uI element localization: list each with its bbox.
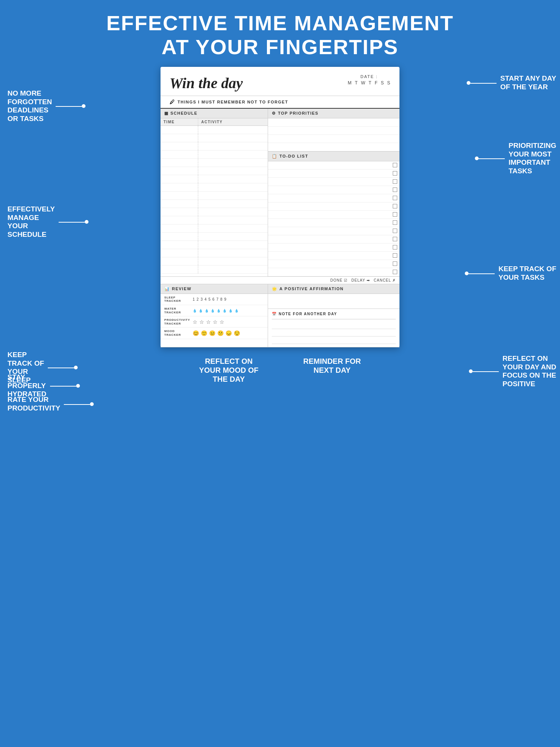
review-section: 📊 REVIEW SLEEPTRACKER 1 2 3 4 5 6 7 8 xyxy=(161,284,399,347)
schedule-row xyxy=(161,241,268,249)
activity-cell xyxy=(198,249,268,257)
affirmation-icon: 🌟 xyxy=(272,286,278,291)
priorities-icon: ⚙ xyxy=(272,111,276,116)
schedule-row xyxy=(161,175,268,183)
todo-row xyxy=(268,268,399,276)
checkbox[interactable] xyxy=(393,212,397,217)
schedule-row xyxy=(161,257,268,265)
schedule-icon: ▦ xyxy=(164,111,169,116)
connector-line xyxy=(469,273,495,274)
todo-section: 📋 TO-DO LIST xyxy=(268,152,399,276)
dot-marker xyxy=(85,220,88,224)
time-cell xyxy=(161,232,198,241)
bottom-annotations: REFLECT ONYOUR MOOD OFTHE DAY REMINDER F… xyxy=(0,347,560,387)
cancel-status: CANCEL ✗ xyxy=(374,278,396,282)
connector-line xyxy=(64,404,90,405)
page-header: EFFECTIVE TIME MANAGEMENT AT YOUR FINGER… xyxy=(0,0,560,67)
todo-icon: 📋 xyxy=(272,154,278,159)
schedule-row xyxy=(161,216,268,224)
time-cell xyxy=(161,142,198,150)
dot-marker xyxy=(475,156,479,160)
checkbox[interactable] xyxy=(393,187,397,192)
time-cell xyxy=(161,150,198,158)
time-cell xyxy=(161,167,198,175)
todo-row xyxy=(268,219,399,227)
todo-row xyxy=(268,260,399,268)
activity-cell xyxy=(198,208,268,216)
checkbox[interactable] xyxy=(393,196,397,200)
dot-marker xyxy=(90,402,94,406)
checkbox[interactable] xyxy=(393,270,397,274)
planner-body: ▦ SCHEDULE TIME ACTIVITY xyxy=(161,109,399,277)
activity-cell xyxy=(198,150,268,158)
activity-header: ACTIVITY xyxy=(198,118,268,126)
checkbox[interactable] xyxy=(393,253,397,258)
remember-bar: 🖊 THINGS I MUST REMEMBER NOT TO FORGET xyxy=(161,96,399,109)
time-cell xyxy=(161,249,198,257)
note-line xyxy=(272,329,396,337)
checkbox[interactable] xyxy=(393,171,397,176)
affirmation-column: 🌟 A POSITIVE AFFIRMATION 📅 NOTE FOR ANOT… xyxy=(268,284,399,347)
checkbox[interactable] xyxy=(393,204,397,208)
checkbox[interactable] xyxy=(393,163,397,167)
connector-line xyxy=(48,368,74,368)
delay-status: DELAY ➡ xyxy=(351,278,370,282)
todo-row xyxy=(268,211,399,219)
note-section: 📅 NOTE FOR ANOTHER DAY xyxy=(268,309,399,347)
remember-icon: 🖊 xyxy=(169,99,175,105)
priority-row xyxy=(268,127,399,135)
activity-cell xyxy=(198,216,268,224)
review-column: 📊 REVIEW SLEEPTRACKER 1 2 3 4 5 6 7 8 xyxy=(161,284,268,347)
schedule-row xyxy=(161,224,268,232)
checkbox[interactable] xyxy=(393,237,397,241)
activity-cell xyxy=(198,175,268,183)
mood-tracker-items: 😊 🙂 😐 😕 😞 😌 xyxy=(193,330,240,336)
time-cell xyxy=(161,134,198,142)
note-header: 📅 NOTE FOR ANOTHER DAY xyxy=(272,312,396,316)
checkbox[interactable] xyxy=(393,220,397,225)
connector-line xyxy=(50,386,76,387)
todo-row xyxy=(268,252,399,260)
activity-cell xyxy=(198,224,268,232)
activity-cell xyxy=(198,241,268,249)
todo-row xyxy=(268,227,399,235)
priority-row xyxy=(268,135,399,143)
activity-cell xyxy=(198,199,268,208)
checkbox[interactable] xyxy=(393,179,397,184)
schedule-row xyxy=(161,191,268,199)
schedule-row xyxy=(161,150,268,158)
time-cell xyxy=(161,199,198,208)
affirmation-header: 🌟 A POSITIVE AFFIRMATION xyxy=(268,284,399,294)
schedule-row xyxy=(161,199,268,208)
planner-header: Win the day DATE : M T W T F S S xyxy=(161,67,399,96)
todo-row xyxy=(268,178,399,186)
schedule-table: TIME ACTIVITY xyxy=(161,118,268,274)
activity-cell xyxy=(198,158,268,167)
mood-tracker-row: MOODTRACKER 😊 🙂 😐 😕 😞 😌 xyxy=(161,328,268,339)
schedule-row xyxy=(161,183,268,191)
checkbox[interactable] xyxy=(393,229,397,233)
sleep-tracker-row: SLEEPTRACKER 1 2 3 4 5 6 7 8 9 xyxy=(161,294,268,305)
note-line xyxy=(272,322,396,329)
dot-marker xyxy=(82,104,85,108)
note-line xyxy=(272,337,396,344)
activity-cell xyxy=(198,167,268,175)
done-status: DONE ☑ xyxy=(330,278,348,282)
checkbox[interactable] xyxy=(393,261,397,266)
productivity-tracker-row: PRODUCTIVITYTRACKER ☆ ☆ ☆ ☆ ☆ xyxy=(161,316,268,328)
todo-row xyxy=(268,244,399,252)
time-cell xyxy=(161,125,198,134)
checkbox[interactable] xyxy=(393,245,397,249)
ann-start-any: START ANY DAYOF THE YEAR xyxy=(500,74,556,92)
schedule-header: ▦ SCHEDULE xyxy=(161,109,268,118)
connector-line xyxy=(473,371,499,372)
priority-rows xyxy=(268,118,399,151)
time-cell xyxy=(161,175,198,183)
connector-line xyxy=(470,83,497,84)
connector-line xyxy=(59,222,85,223)
todo-header: 📋 TO-DO LIST xyxy=(268,152,399,161)
activity-cell xyxy=(198,125,268,134)
todo-row xyxy=(268,235,399,244)
schedule-row xyxy=(161,232,268,241)
todo-row xyxy=(268,202,399,211)
